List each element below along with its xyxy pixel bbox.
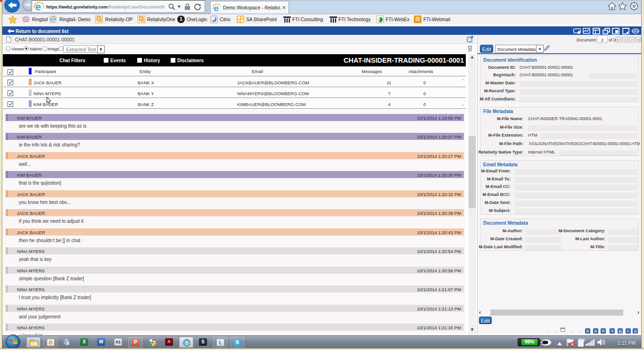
svg-text:e: e bbox=[35, 1, 41, 12]
svg-text:e: e bbox=[214, 3, 219, 12]
